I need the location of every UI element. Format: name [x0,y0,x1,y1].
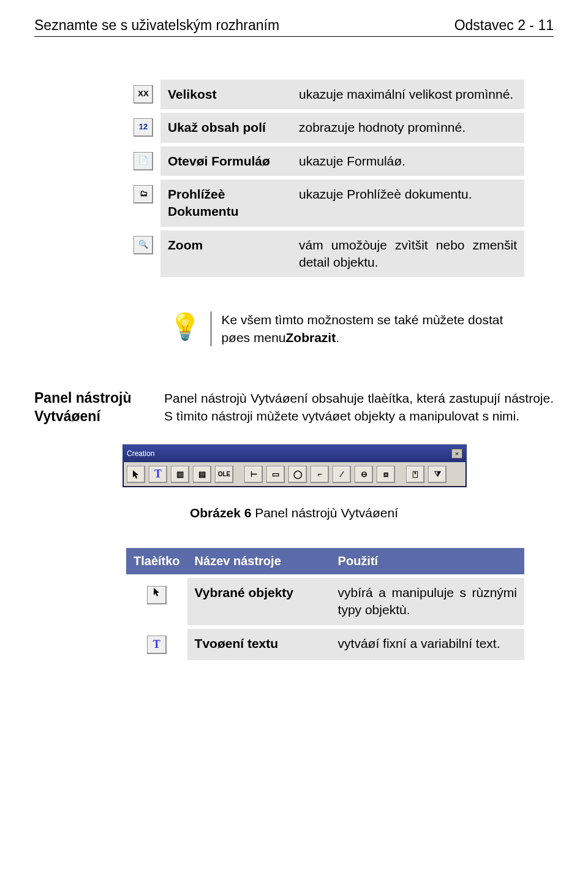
row-desc: ukazuje Formuláø. [292,146,524,176]
row-icon-cell: 📄 [126,146,160,176]
commands-table: XX Velikost ukazuje maximální velikost p… [126,80,524,277]
row-name: Zoom [160,230,292,278]
row-desc: vytváøí fixní a variabilní text. [331,629,524,660]
table-row: 🗂 Prohlížeè Dokumentu ukazuje Prohlížeè … [126,180,524,227]
lightbulb-icon: 💡 [169,311,201,341]
round-rect-tool-button[interactable]: ⊖ [355,466,373,483]
table-row: 🔍 Zoom vám umožòuje zvìtšit nebo zmenšit… [126,230,524,278]
caption-bold: Obrázek 6 [190,506,251,520]
row-name: Velikost [160,80,292,109]
figure-caption: Obrázek 6 Panel nástrojù Vytváøení [34,506,554,520]
table-row: Vybrané objekty vybírá a manipuluje s rù… [126,578,524,625]
toolbar-button-row: T ▥ ▤ OLE ⊢ ▭ ◯ ⌐ ∕ ⊖ ⧈ ⍞ ⧩ [123,462,466,487]
rect-tool-button[interactable]: ▭ [266,466,285,483]
col-button: Tlaèítko [126,548,187,574]
divider [211,311,211,346]
row-icon-cell: 🔍 [126,230,160,278]
row-name: Tvoøení textu [187,629,331,660]
number-icon: 12 [134,118,153,137]
ole-tool-button[interactable]: OLE [215,466,233,483]
section-body: Panel nástrojù Vytváøení obsahuje tlaèít… [164,389,554,426]
pointer-icon [147,586,167,604]
zoom-icon: 🔍 [134,236,153,254]
toolbar-title-text: Creation [127,449,154,458]
row-icon-cell: 🗂 [126,180,160,227]
row-desc: ukazuje Prohlížeè dokumentu. [292,180,524,227]
text-icon: T [147,636,167,654]
caption-rest: Panel nástrojù Vytváøení [251,506,398,520]
toolbar-title-bar: Creation × [123,445,466,462]
header-left: Seznamte se s uživatelským rozhraním [34,17,279,34]
row-name: Prohlížeè Dokumentu [160,180,292,227]
row-icon-cell: 12 [126,113,160,142]
tip-text: Ke všem tìmto možnostem se také mùžete d… [221,311,512,346]
image-tool-button[interactable]: ▤ [193,466,211,483]
row-desc: ukazuje maximální velikost promìnné. [292,80,524,109]
row-desc: vybírá a manipuluje s rùznými typy objek… [331,578,524,625]
plugins-button[interactable]: ⍞ [406,466,424,483]
row-desc: vám umožòuje zvìtšit nebo zmenšit detail… [292,230,524,278]
row-desc: zobrazuje hodnoty promìnné. [292,113,524,142]
col-name: Název nástroje [187,548,331,574]
header-right: Odstavec 2 - 11 [454,17,554,34]
shape-tool-button[interactable]: ⧈ [377,466,395,483]
line-tool-button[interactable]: ⊢ [244,466,263,483]
oblique-tool-button[interactable]: ∕ [333,466,351,483]
row-icon-cell: T [126,629,187,660]
row-name: Vybrané objekty [187,578,331,625]
table-row: XX Velikost ukazuje maximální velikost p… [126,80,524,109]
section-creation-toolbar: Panel nástrojù Vytváøení Panel nástrojù … [34,389,554,426]
tip-block: 💡 Ke všem tìmto možnostem se také mùžete… [169,311,512,346]
section-label: Panel nástrojù Vytváøení [34,389,151,426]
form-icon: 📄 [134,152,153,170]
text-tool-button[interactable]: T [149,466,167,483]
tip-text-part: . [336,330,339,344]
row-icon-cell: XX [126,80,160,109]
creation-toolbar-screenshot: Creation × T ▥ ▤ OLE ⊢ ▭ ◯ ⌐ ∕ ⊖ ⧈ ⍞ ⧩ [123,444,466,487]
tools-table: Tlaèítko Název nástroje Použití Vybrané … [126,548,524,660]
circle-tool-button[interactable]: ◯ [288,466,307,483]
wizard-button[interactable]: ⧩ [428,466,447,483]
row-name: Otevøi Formuláø [160,146,292,176]
tip-bold: Zobrazit [286,330,336,344]
table-row: 📄 Otevøi Formuláø ukazuje Formuláø. [126,146,524,176]
polyline-tool-button[interactable]: ⌐ [311,466,329,483]
row-name: Ukaž obsah polí [160,113,292,142]
table-row: 12 Ukaž obsah polí zobrazuje hodnoty pro… [126,113,524,142]
page-header: Seznamte se s uživatelským rozhraním Ods… [34,17,554,37]
table-header-row: Tlaèítko Název nástroje Použití [126,548,524,574]
col-usage: Použití [331,548,524,574]
tip-text-part: Ke všem tìmto možnostem se také mùžete d… [221,313,503,344]
pointer-tool-button[interactable] [127,466,145,483]
xx-icon: XX [134,85,153,104]
row-icon-cell [126,578,187,625]
table-row: T Tvoøení textu vytváøí fixní a variabil… [126,629,524,660]
barcode-tool-button[interactable]: ▥ [171,466,189,483]
close-icon[interactable]: × [451,449,462,458]
tree-icon: 🗂 [134,185,153,203]
